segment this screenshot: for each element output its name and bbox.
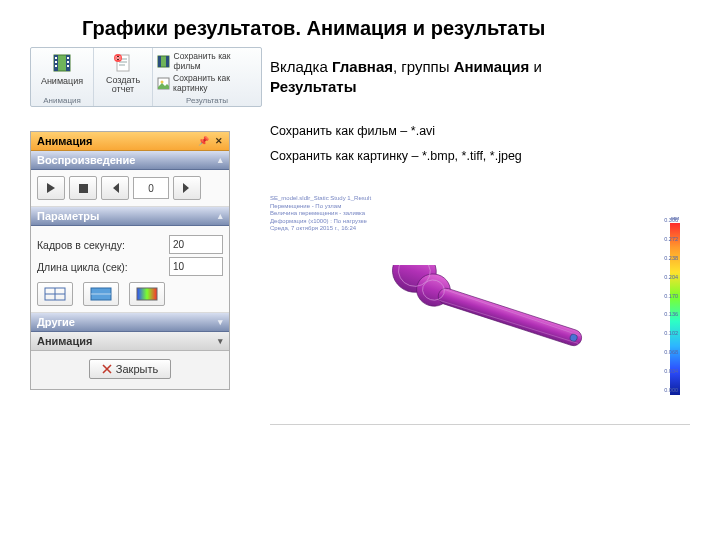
chevron-up-icon: ▴ [218,211,223,221]
ribbon-results-group: Результаты [153,96,261,105]
section-other-header[interactable]: Другие▾ [31,313,229,332]
svg-rect-3 [55,57,57,59]
frame-number-field[interactable]: 0 [133,177,169,199]
svg-rect-25 [436,286,584,348]
ribbon-report-label: Создать отчет [106,76,140,94]
cycle-input[interactable]: 10 [169,257,223,276]
fps-label: Кадров в секунду: [37,239,125,251]
section-playback-body: 0 [31,170,229,207]
ribbon-animation-button[interactable]: Анимация Анимация [31,48,94,106]
section-parameters-header[interactable]: Параметры▴ [31,207,229,226]
mode-wireframe-button[interactable] [37,282,73,306]
legend-ticks: 0.3060.2720.2380.2040.1700.1360.1020.068… [664,217,678,393]
fps-input[interactable]: 20 [169,235,223,254]
ribbon-toolbar: Анимация Анимация Создать отчет Сохранит… [30,47,262,107]
report-icon [111,51,135,75]
animation-panel: Анимация 📌 ✕ Воспроизведение▴ 0 Параметр… [30,131,230,390]
divider [270,424,690,425]
subtitle-text: Вкладка Главная, группы Анимация и Резул… [270,57,630,98]
save-as-movie-item[interactable]: Сохранить как фильм [157,51,257,71]
film-icon [50,51,74,75]
pin-icon[interactable]: 📌 [198,136,209,146]
ribbon-results-menu: Сохранить как фильм Сохранить как картин… [153,48,261,106]
save-as-picture-label: Сохранить как картинку [173,73,257,93]
svg-rect-16 [79,184,88,193]
svg-rect-13 [166,56,169,67]
save-as-movie-label: Сохранить как фильм [174,51,257,71]
x-icon [102,364,112,374]
panel-footer: Закрыть [31,351,229,389]
slide-title: Графики результатов. Анимация и результа… [82,17,545,40]
chevron-up-icon: ▴ [218,155,223,165]
ribbon-report-button[interactable]: Создать отчет [94,48,153,106]
svg-rect-12 [158,56,161,67]
preview-meta-text: SE_model.sldlr_Static Study 1_Result Пер… [270,195,371,233]
cycle-label: Длина цикла (сек): [37,261,128,273]
chevron-down-icon: ▾ [218,336,223,346]
svg-rect-5 [55,65,57,67]
ribbon-animation-group: Анимация [31,96,93,105]
next-frame-button[interactable] [173,176,201,200]
stop-button[interactable] [69,176,97,200]
section-parameters-body: Кадров в секунду: 20 Длина цикла (сек): … [31,226,229,313]
play-button[interactable] [37,176,65,200]
ribbon-animation-label: Анимация [41,76,83,86]
mode-shaded-button[interactable] [83,282,119,306]
svg-rect-7 [67,61,69,63]
svg-rect-8 [67,65,69,67]
model-preview: SE_model.sldlr_Static Study 1_Result Пер… [270,195,690,415]
prev-frame-button[interactable] [101,176,129,200]
note-save-movie: Сохранить как фильм – *.avi [270,124,435,138]
section-animation2-header[interactable]: Анимация▾ [31,332,229,351]
model-wrench-icon [375,265,605,375]
picture-icon [157,76,170,90]
svg-rect-6 [67,57,69,59]
section-playback-header[interactable]: Воспроизведение▴ [31,151,229,170]
section-animation-header[interactable]: Анимация 📌 ✕ [31,132,229,151]
mode-contour-button[interactable] [129,282,165,306]
svg-rect-22 [137,288,157,300]
close-button[interactable]: Закрыть [89,359,171,379]
save-as-picture-item[interactable]: Сохранить как картинку [157,73,257,93]
chevron-down-icon: ▾ [218,317,223,327]
note-save-picture: Сохранить как картинку – *.bmp, *.tiff, … [270,149,522,163]
close-icon[interactable]: ✕ [215,136,223,146]
movie-icon [157,54,171,68]
svg-rect-4 [55,61,57,63]
